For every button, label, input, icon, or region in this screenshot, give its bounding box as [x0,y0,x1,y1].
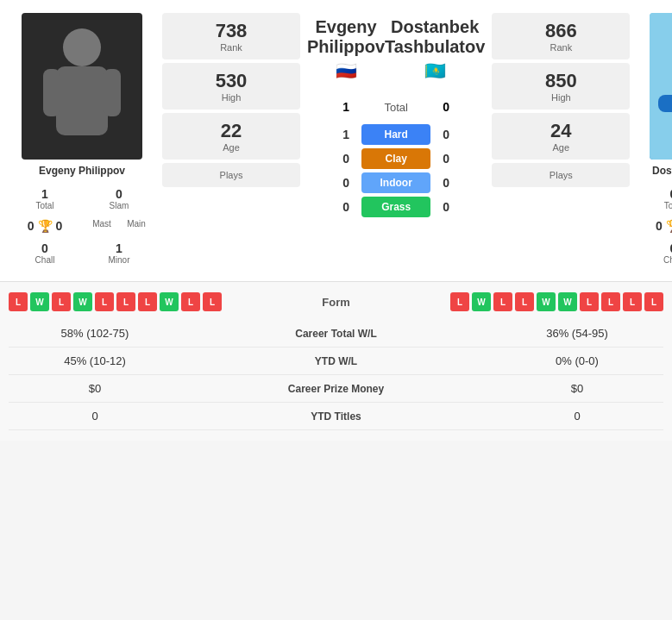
svg-rect-1 [56,66,108,135]
clay-row: 0 Clay 0 [307,148,485,169]
form-badge-l: L [623,292,642,311]
center-panel: Evgeny Philippov 🇷🇺 Dostanbek Tashbulato… [307,13,485,268]
ytd-wl-label: YTD W/L [181,348,491,375]
right-stat-chall: 0 Chall [637,238,672,268]
form-badge-w: W [30,292,49,311]
career-wl-left: 58% (102-75) [9,320,181,348]
left-form-badges: LWLWLLLWLL [9,292,222,311]
svg-rect-8 [658,95,672,112]
form-badge-l: L [138,292,157,311]
form-badge-l: L [116,292,135,311]
form-badge-w: W [472,292,491,311]
form-badge-l: L [9,292,28,311]
left-plays-box: Plays [162,163,300,187]
right-flag: 🇰🇿 [385,60,485,81]
ytd-titles-row: 0 YTD Titles 0 [9,403,663,430]
right-player-photo [650,13,672,160]
left-mast-label: Mast Main [83,216,155,236]
right-stat-total: 0 Total [637,184,672,214]
right-player-card: Dostanbek Tashbulatov 0 Total 0 Slam 0 🏆… [637,13,672,268]
ytd-titles-right: 0 [491,403,663,430]
left-player-stats: 1 Total 0 Slam 0 🏆 0 Mast Main [9,184,155,268]
form-row: LWLWLLLWLL Form LWLLWWLLLL [9,292,663,311]
form-badge-l: L [580,292,599,311]
right-player-header: Dostanbek Tashbulatov 🇰🇿 [385,17,485,81]
bottom-stats: LWLWLLLWLL Form LWLLWWLLLL 58% (102-75) … [0,281,672,441]
form-badge-l: L [515,292,534,311]
left-rank-box: 738 Rank [162,13,300,59]
trophy-icon-left: 🏆 [38,219,53,233]
career-wl-label: Career Total W/L [181,320,491,348]
form-label: Form [322,296,350,309]
form-badge-l: L [203,292,222,311]
stats-table: 58% (102-75) Career Total W/L 36% (54-95… [9,320,663,430]
prize-right: $0 [491,375,663,403]
ytd-wl-row: 45% (10-12) YTD W/L 0% (0-0) [9,348,663,375]
right-age-box: 24 Age [492,113,630,160]
ytd-titles-label: YTD Titles [181,403,491,430]
trophy-icon-right: 🏆 [666,219,672,233]
ytd-wl-right: 0% (0-0) [491,348,663,375]
svg-rect-3 [104,69,121,116]
form-badge-w: W [558,292,577,311]
prize-label: Career Prize Money [181,375,491,403]
main-container: Evgeny Philippov 1 Total 0 Slam 0 🏆 0 [0,0,672,441]
right-stat-mast: 0 🏆 0 [637,216,672,236]
indoor-row: 0 Indoor 0 [307,172,485,193]
right-player-stats: 0 Total 0 Slam 0 🏆 0 Mast Main [637,184,672,268]
grass-button[interactable]: Grass [361,197,430,217]
ytd-titles-left: 0 [9,403,181,430]
career-wl-row: 58% (102-75) Career Total W/L 36% (54-95… [9,320,663,348]
grass-row: 0 Grass 0 [307,197,485,217]
form-badge-l: L [181,292,200,311]
form-badge-l: L [493,292,512,311]
svg-point-0 [63,28,101,66]
hard-row: 1 Hard 0 [307,124,485,145]
form-badge-l: L [601,292,620,311]
right-form-badges: LWLLWWLLLL [450,292,663,311]
hard-button[interactable]: Hard [361,124,430,145]
total-row: 1 Total 0 [307,100,485,114]
ytd-wl-left: 45% (10-12) [9,348,181,375]
left-stat-chall: 0 Chall [9,238,81,268]
prize-row: $0 Career Prize Money $0 [9,375,663,403]
form-badge-l: L [95,292,114,311]
left-high-box: 530 High [162,63,300,110]
svg-rect-4 [650,13,672,160]
form-badge-l: L [450,292,469,311]
left-age-box: 22 Age [162,113,300,160]
left-flag: 🇷🇺 [307,60,385,81]
svg-rect-2 [43,69,60,116]
right-middle-panel: 866 Rank 850 High 24 Age Plays [492,13,630,268]
clay-button[interactable]: Clay [361,148,430,169]
left-stat-slam: 0 Slam [83,184,155,214]
form-badge-w: W [160,292,179,311]
form-badge-w: W [537,292,556,311]
form-badge-l: L [644,292,663,311]
left-stat-mast: 0 🏆 0 [9,216,81,236]
top-section: Evgeny Philippov 1 Total 0 Slam 0 🏆 0 [0,0,672,281]
right-high-box: 850 High [492,63,630,110]
right-plays-box: Plays [492,163,630,187]
left-middle-panel: 738 Rank 530 High 22 Age Plays [162,13,300,268]
right-rank-box: 866 Rank [492,13,630,59]
form-badge-w: W [73,292,92,311]
left-stat-minor: 1 Minor [83,238,155,268]
career-wl-right: 36% (54-95) [491,320,663,348]
left-player-card: Evgeny Philippov 1 Total 0 Slam 0 🏆 0 [9,13,155,268]
form-badge-l: L [52,292,71,311]
left-player-header: Evgeny Philippov 🇷🇺 [307,17,385,81]
indoor-button[interactable]: Indoor [361,172,430,193]
right-player-name: Dostanbek Tashbulatov [652,165,672,177]
left-player-name: Evgeny Philippov [39,165,125,177]
left-stat-total: 1 Total [9,184,81,214]
prize-left: $0 [9,375,181,403]
left-player-photo [22,13,142,160]
